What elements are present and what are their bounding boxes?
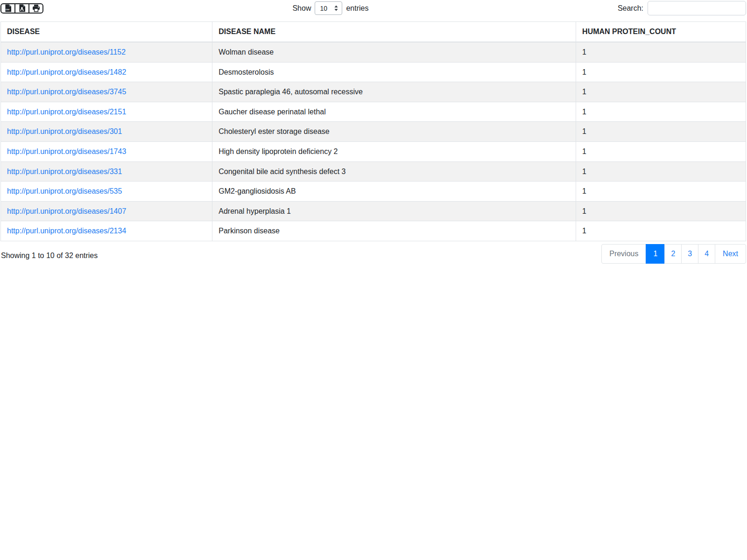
diseases-table: DISEASE DISEASE NAME HUMAN PROTEIN_COUNT… — [0, 21, 746, 241]
disease-uri-link[interactable]: http://purl.uniprot.org/diseases/1152 — [7, 48, 126, 56]
disease-name-cell: Cholesteryl ester storage disease — [212, 122, 576, 142]
disease-uri-cell: http://purl.uniprot.org/diseases/1743 — [1, 141, 212, 161]
table-row: http://purl.uniprot.org/diseases/3745 Sp… — [1, 82, 746, 102]
table-row: http://purl.uniprot.org/diseases/301 Cho… — [1, 122, 746, 142]
table-row: http://purl.uniprot.org/diseases/2151 Ga… — [1, 102, 746, 122]
column-header-disease-name[interactable]: DISEASE NAME — [212, 22, 576, 42]
disease-uri-cell: http://purl.uniprot.org/diseases/331 — [1, 161, 212, 182]
disease-uri-link[interactable]: http://purl.uniprot.org/diseases/1407 — [7, 207, 126, 215]
table-toolbar: csv — [0, 0, 746, 16]
column-header-protein-count[interactable]: HUMAN PROTEIN_COUNT — [576, 22, 746, 42]
show-label: Show — [289, 4, 315, 13]
table-row: http://purl.uniprot.org/diseases/1743 Hi… — [1, 141, 746, 161]
disease-uri-cell: http://purl.uniprot.org/diseases/1482 — [1, 62, 212, 82]
search-label: Search: — [618, 4, 643, 13]
disease-uri-cell: http://purl.uniprot.org/diseases/301 — [1, 122, 212, 142]
page-length-value: 10 — [320, 5, 327, 12]
pdf-file-icon — [18, 4, 26, 12]
pagination-previous[interactable]: Previous — [601, 244, 646, 264]
pagination-page-2[interactable]: 2 — [665, 244, 682, 264]
pagination-next[interactable]: Next — [715, 244, 746, 264]
protein-count-cell: 1 — [576, 201, 746, 221]
pagination: Previous 1 2 3 4 Next — [601, 244, 746, 264]
protein-count-cell: 1 — [576, 182, 746, 202]
pagination-page-4[interactable]: 4 — [698, 244, 715, 264]
disease-name-cell: Congenital bile acid synthesis defect 3 — [212, 161, 576, 182]
print-button[interactable] — [28, 3, 43, 14]
disease-uri-link[interactable]: http://purl.uniprot.org/diseases/331 — [7, 168, 122, 175]
protein-count-cell: 1 — [576, 82, 746, 102]
table-footer: Showing 1 to 10 of 32 entries Previous 1… — [0, 241, 746, 264]
disease-name-cell: Desmosterolosis — [212, 62, 576, 82]
protein-count-cell: 1 — [576, 141, 746, 161]
disease-uri-link[interactable]: http://purl.uniprot.org/diseases/2134 — [7, 227, 126, 235]
table-row: http://purl.uniprot.org/diseases/2134 Pa… — [1, 221, 746, 241]
table-row: http://purl.uniprot.org/diseases/1152 Wo… — [1, 42, 746, 62]
printer-icon — [32, 4, 40, 12]
disease-uri-link[interactable]: http://purl.uniprot.org/diseases/535 — [7, 187, 122, 195]
column-header-disease[interactable]: DISEASE — [1, 22, 212, 42]
table-row: http://purl.uniprot.org/diseases/1482 De… — [1, 62, 746, 82]
export-csv-button[interactable]: csv — [0, 3, 15, 14]
protein-count-cell: 1 — [576, 62, 746, 82]
protein-count-cell: 1 — [576, 122, 746, 142]
export-pdf-button[interactable] — [14, 3, 29, 14]
disease-uri-link[interactable]: http://purl.uniprot.org/diseases/2151 — [7, 108, 126, 116]
protein-count-cell: 1 — [576, 42, 746, 62]
svg-text:csv: csv — [6, 8, 10, 11]
page-length-select[interactable]: 10 — [315, 1, 342, 15]
disease-name-cell: Wolman disease — [212, 42, 576, 62]
disease-name-cell: High density lipoprotein deficiency 2 — [212, 141, 576, 161]
disease-uri-cell: http://purl.uniprot.org/diseases/2151 — [1, 102, 212, 122]
entries-label: entries — [342, 4, 372, 13]
search-input[interactable] — [648, 1, 746, 15]
disease-uri-link[interactable]: http://purl.uniprot.org/diseases/3745 — [7, 88, 126, 96]
search-control: Search: — [618, 1, 746, 15]
select-updown-icon — [334, 5, 338, 12]
disease-name-cell: Gaucher disease perinatal lethal — [212, 102, 576, 122]
disease-uri-link[interactable]: http://purl.uniprot.org/diseases/1743 — [7, 147, 126, 155]
protein-count-cell: 1 — [576, 221, 746, 241]
table-row: http://purl.uniprot.org/diseases/1407 Ad… — [1, 201, 746, 221]
export-button-group: csv — [0, 3, 43, 14]
disease-uri-cell: http://purl.uniprot.org/diseases/3745 — [1, 82, 212, 102]
entries-info: Showing 1 to 10 of 32 entries — [0, 252, 98, 260]
disease-name-cell: Parkinson disease — [212, 221, 576, 241]
disease-uri-cell: http://purl.uniprot.org/diseases/1152 — [1, 42, 212, 62]
disease-uri-cell: http://purl.uniprot.org/diseases/2134 — [1, 221, 212, 241]
protein-count-cell: 1 — [576, 161, 746, 182]
disease-name-cell: Adrenal hyperplasia 1 — [212, 201, 576, 221]
table-header-row: DISEASE DISEASE NAME HUMAN PROTEIN_COUNT — [1, 22, 746, 42]
protein-count-cell: 1 — [576, 102, 746, 122]
page-length-control: Show 10 entries — [289, 1, 372, 15]
pagination-page-1[interactable]: 1 — [646, 244, 665, 264]
disease-uri-link[interactable]: http://purl.uniprot.org/diseases/301 — [7, 127, 122, 135]
datatable-page: csv — [0, 0, 747, 264]
disease-name-cell: GM2-gangliosidosis AB — [212, 182, 576, 202]
disease-name-cell: Spastic paraplegia 46, autosomal recessi… — [212, 82, 576, 102]
disease-uri-cell: http://purl.uniprot.org/diseases/535 — [1, 182, 212, 202]
disease-uri-cell: http://purl.uniprot.org/diseases/1407 — [1, 201, 212, 221]
csv-file-icon: csv — [4, 4, 12, 12]
table-row: http://purl.uniprot.org/diseases/535 GM2… — [1, 182, 746, 202]
pagination-page-3[interactable]: 3 — [682, 244, 698, 264]
disease-uri-link[interactable]: http://purl.uniprot.org/diseases/1482 — [7, 68, 126, 76]
table-row: http://purl.uniprot.org/diseases/331 Con… — [1, 161, 746, 182]
